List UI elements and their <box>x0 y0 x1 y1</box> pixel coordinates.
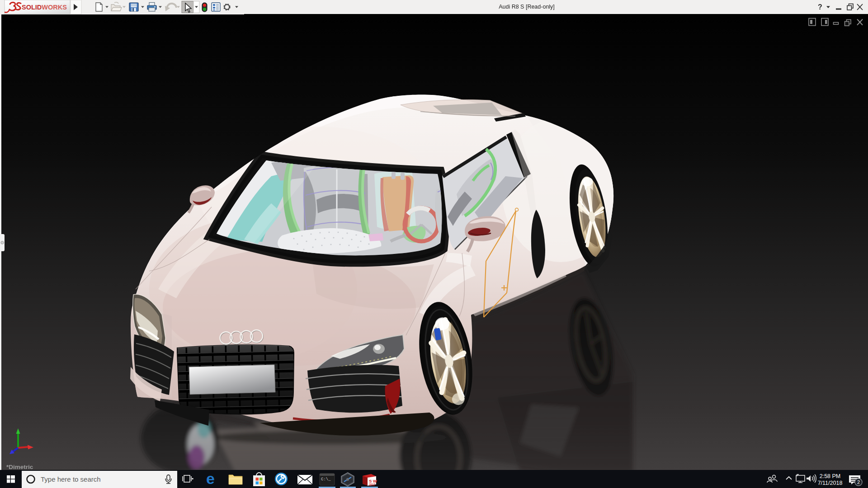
svg-text:Type here to search: Type here to search <box>41 475 101 483</box>
svg-text:C:\_: C:\_ <box>321 477 331 482</box>
svg-text:?: ? <box>818 3 822 11</box>
svg-text:SOLIDWORKS: SOLIDWORKS <box>22 4 67 11</box>
svg-text:2: 2 <box>857 479 860 485</box>
svg-text:e: e <box>206 470 215 487</box>
svg-text:*Dimetric: *Dimetric <box>6 464 33 470</box>
svg-text:7/11/2018: 7/11/2018 <box>818 480 843 486</box>
svg-text:2:58 PM: 2:58 PM <box>820 473 841 479</box>
svg-text:2017: 2017 <box>369 483 376 486</box>
